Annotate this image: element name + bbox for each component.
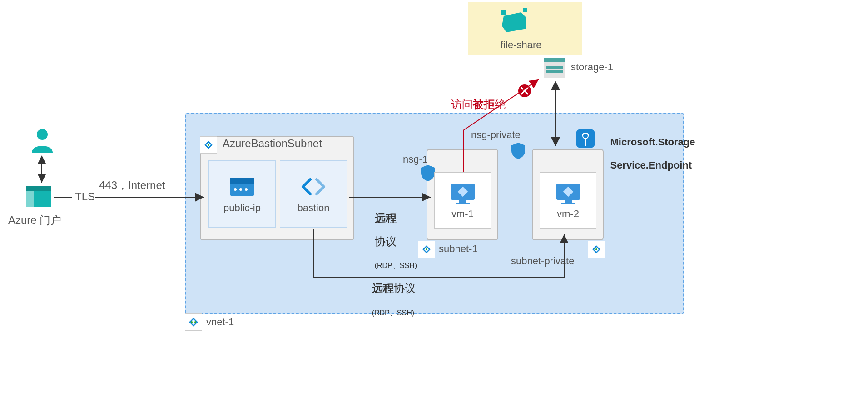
arrows-layer — [0, 0, 868, 412]
